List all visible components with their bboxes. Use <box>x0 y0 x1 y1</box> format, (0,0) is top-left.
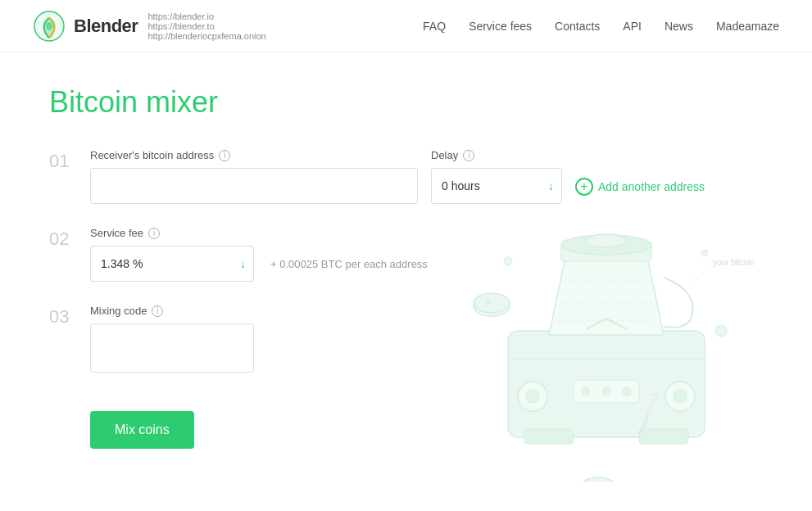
fee-note: + 0.00025 BTC per each address <box>270 258 428 270</box>
step-1-content: Receiver's bitcoin address i Delay i 0 h… <box>90 149 737 204</box>
svg-point-7 <box>674 390 687 403</box>
main-content: Bitcoin mixer 01 Receiver's bitcoin addr… <box>0 52 787 482</box>
header: Blender https://blender.io https://blend… <box>0 0 812 52</box>
url-1: https://blender.io <box>147 11 265 21</box>
svg-point-1 <box>46 22 52 30</box>
nav: FAQ Service fees Contacts API News Madea… <box>423 20 779 33</box>
address-info-icon[interactable]: i <box>219 150 230 161</box>
url-3: http://blenderiocpxfema.onion <box>147 31 265 41</box>
nav-faq[interactable]: FAQ <box>423 20 446 33</box>
mixing-code-input[interactable] <box>90 323 254 373</box>
step-1-row: Receiver's bitcoin address i Delay i 0 h… <box>90 149 737 204</box>
url-2: https://blender.to <box>147 21 265 31</box>
mixing-code-label: Mixing code i <box>90 305 737 317</box>
step-2: 02 Service fee i 1.348 % 1.5 % 2.0 % ↓ +… <box>49 227 737 282</box>
step-2-number: 02 <box>49 228 90 250</box>
fee-label: Service fee i <box>90 227 737 239</box>
step-2-content: Service fee i 1.348 % 1.5 % 2.0 % ↓ + 0.… <box>90 227 737 282</box>
svg-point-26 <box>580 477 616 482</box>
svg-rect-13 <box>639 429 688 444</box>
step-1-number: 01 <box>49 151 90 172</box>
nav-api[interactable]: API <box>623 20 642 33</box>
svg-point-9 <box>582 387 590 396</box>
fee-info-icon[interactable]: i <box>148 228 160 239</box>
page-title: Bitcoin mixer <box>49 85 737 120</box>
step-3-number: 03 <box>49 306 90 328</box>
add-address-plus-icon: + <box>575 178 593 196</box>
svg-point-5 <box>526 390 539 403</box>
svg-text:blender.io v1.5: blender.io v1.5 <box>637 391 659 433</box>
step-2-row: 1.348 % 1.5 % 2.0 % ↓ + 0.00025 BTC per … <box>90 246 737 282</box>
mixing-code-info-icon[interactable]: i <box>152 305 163 317</box>
delay-select[interactable]: 0 hours 1 hour 2 hours 6 hours 12 hours … <box>431 168 562 204</box>
svg-point-11 <box>623 387 631 396</box>
svg-point-6 <box>665 382 695 411</box>
delay-info-icon[interactable]: i <box>463 150 474 161</box>
svg-rect-8 <box>574 380 639 403</box>
logo-icon <box>33 10 66 43</box>
svg-point-25 <box>580 481 616 482</box>
address-field-wrap: Receiver's bitcoin address i <box>90 149 418 204</box>
fee-select[interactable]: 1.348 % 1.5 % 2.0 % <box>90 246 254 282</box>
svg-rect-12 <box>524 429 574 444</box>
nav-contacts[interactable]: Contacts <box>555 20 600 33</box>
logo-urls: https://blender.io https://blender.to ht… <box>147 11 265 41</box>
nav-service-fees[interactable]: Service fees <box>469 20 532 33</box>
delay-field-wrap: Delay i 0 hours 1 hour 2 hours 6 hours 1… <box>431 149 562 204</box>
logo-area: Blender https://blender.io https://blend… <box>33 10 266 43</box>
svg-point-10 <box>602 387 610 396</box>
add-address-button[interactable]: + Add another address <box>575 178 705 196</box>
step-3: 03 Mixing code i <box>49 305 737 375</box>
svg-point-4 <box>518 382 547 411</box>
nav-news[interactable]: News <box>665 20 693 33</box>
mix-coins-button[interactable]: Mix coins <box>90 411 194 449</box>
delay-label: Delay i <box>431 149 562 161</box>
address-label: Receiver's bitcoin address i <box>90 149 418 161</box>
delay-select-wrapper: 0 hours 1 hour 2 hours 6 hours 12 hours … <box>431 168 562 204</box>
address-input[interactable] <box>90 168 418 204</box>
logo-text: Blender <box>74 16 138 37</box>
nav-madeamaze[interactable]: Madeamaze <box>716 20 779 33</box>
step-3-content: Mixing code i <box>90 305 737 375</box>
fee-select-wrapper: 1.348 % 1.5 % 2.0 % ↓ <box>90 246 254 282</box>
step-1: 01 Receiver's bitcoin address i Delay i <box>49 149 737 204</box>
